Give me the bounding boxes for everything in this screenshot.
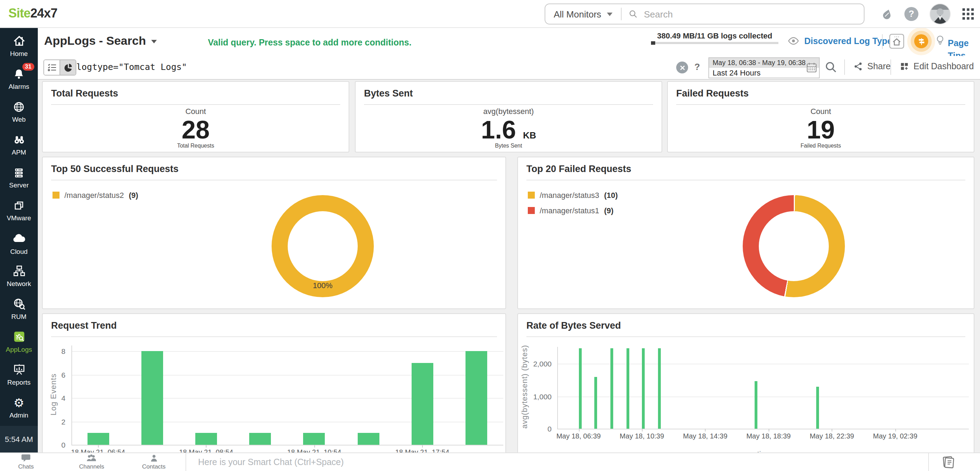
user-avatar[interactable]	[930, 3, 951, 24]
y-axis-line	[71, 346, 72, 445]
date-range-picker[interactable]: May 18, 06:38 - May 19, 06:38 Last 24 Ho…	[708, 57, 820, 78]
monitor-filter-label: All Monitors	[554, 9, 601, 19]
divider	[51, 180, 497, 181]
edit-dashboard-label: Edit Dashboard	[913, 62, 974, 71]
y-axis-line	[557, 347, 558, 429]
bar	[142, 351, 163, 445]
dashboard-title-dropdown[interactable]: AppLogs - Search	[44, 34, 157, 48]
rate-of-bytes-panel: Rate of Bytes Served 01,0002,000May 18, …	[517, 313, 974, 471]
home-box-icon	[889, 33, 904, 49]
list-view-button[interactable]	[44, 60, 59, 75]
divider	[928, 453, 929, 471]
kpi-value: 1.6 KB	[356, 116, 662, 145]
cloud-icon	[12, 231, 26, 245]
query-help-icon[interactable]: ?	[694, 62, 700, 72]
usage-text: 380.49 MB/11 GB logs collected	[651, 32, 778, 40]
sidebar-item-server[interactable]: Server	[0, 161, 38, 194]
legend-item[interactable]: /manager/status3 (10)	[528, 191, 618, 199]
guided-tour-pulse-button[interactable]	[914, 34, 928, 48]
sidebar-item-vmware[interactable]: VMware	[0, 194, 38, 227]
dashboard-home-button[interactable]	[889, 33, 904, 49]
y-axis-label: avg(bytessent) (bytes)	[520, 331, 528, 442]
legend-item[interactable]: /manager/status1 (9)	[528, 206, 618, 215]
sidebar-item-reports[interactable]: Reports	[0, 358, 38, 391]
page-tips-button[interactable]	[934, 34, 946, 47]
sidebar-item-alarms[interactable]: Alarms 31	[0, 62, 38, 95]
sidebar-item-cloud[interactable]: Cloud	[0, 227, 38, 260]
x-tick-mark	[98, 445, 99, 447]
legend-count: (9)	[129, 191, 138, 199]
bar	[610, 349, 613, 429]
log-usage-meter[interactable]: 380.49 MB/11 GB logs collected	[651, 32, 778, 44]
search-input[interactable]	[643, 8, 857, 20]
divider	[890, 59, 891, 75]
bar	[595, 377, 597, 429]
request-trend-chart[interactable]: 0246818 May 21, 06:5418 May 21, 08:5418 …	[43, 314, 505, 471]
run-search-button[interactable]	[825, 61, 837, 73]
sidebar-item-label: Alarms	[8, 82, 29, 90]
bar	[626, 349, 629, 429]
help-icon[interactable]: ?	[904, 6, 918, 21]
alarm-count-badge: 31	[22, 63, 34, 71]
notes-icon[interactable]	[942, 455, 956, 469]
calendar-icon	[806, 62, 818, 73]
sidebar-item-web[interactable]: Web	[0, 95, 38, 128]
x-tick-mark	[642, 429, 643, 431]
discovered-log-types-link[interactable]: Discovered Log Types	[788, 35, 897, 47]
chart-legend: /manager/status3 (10) /manager/status1 (…	[528, 191, 618, 215]
legend-item[interactable]: /manager/status2 (9)	[52, 191, 138, 199]
gridline	[71, 375, 503, 376]
sidebar-item-applogs[interactable]: AppLogs	[0, 325, 38, 358]
legend-label: /manager/status1	[540, 206, 599, 215]
sidebar-item-label: AppLogs	[6, 346, 32, 353]
share-button[interactable]: Share	[853, 62, 891, 71]
applogs-icon	[12, 330, 25, 343]
legend-count: (10)	[604, 191, 618, 199]
card-title: Total Requests	[43, 82, 348, 98]
sidebar-item-label: Admin	[10, 411, 29, 419]
contacts-button[interactable]: Contacts	[142, 454, 165, 470]
chart-view-button[interactable]	[59, 60, 76, 75]
x-tick-label: May 19, 02:39	[853, 432, 937, 440]
x-tick-mark	[705, 429, 706, 431]
checklist-icon	[46, 62, 57, 73]
donut-hole	[288, 211, 358, 281]
smart-chat-input[interactable]: Here is your Smart Chat (Ctrl+Space)	[198, 453, 344, 471]
query-input[interactable]: logtype="Tomcat Logs"	[76, 62, 187, 72]
sidebar-item-network[interactable]: Network	[0, 260, 38, 292]
sidebar-item-rum[interactable]: RUM	[0, 292, 38, 325]
x-tick-mark	[206, 445, 207, 447]
chats-button[interactable]: Chats	[18, 454, 33, 470]
monitor-filter-dropdown[interactable]: All Monitors	[545, 9, 621, 19]
announcements-icon[interactable]	[881, 7, 893, 20]
sidebar-item-label: VMware	[6, 214, 31, 221]
binoculars-icon	[12, 133, 25, 146]
apps-grid-icon[interactable]	[962, 7, 974, 20]
channels-button[interactable]: Channels	[79, 454, 104, 470]
divider	[51, 104, 340, 105]
x-axis-line	[71, 445, 503, 446]
divider	[186, 453, 186, 471]
sidebar-item-admin[interactable]: ⚙ Admin	[0, 391, 38, 424]
sidebar-item-label: Reports	[7, 378, 31, 386]
donut-hole	[759, 211, 829, 281]
local-time: 5:54 AM	[0, 426, 38, 452]
site24x7-logo[interactable]: Site24x7	[8, 6, 57, 21]
sidebar-nav: Home Alarms 31 Web APM Server VMware	[0, 27, 38, 452]
kpi-metric-label: avg(bytessent)	[356, 107, 662, 116]
chevron-down-icon	[151, 40, 157, 43]
failed-requests-donut[interactable]	[743, 195, 845, 297]
gridline	[557, 396, 969, 397]
channels-label: Channels	[79, 463, 104, 470]
kpi-metric-label: Count	[43, 107, 348, 116]
kpi-card-bytes-sent: Bytes Sent avg(bytessent) 1.6 KB Bytes S…	[355, 81, 662, 152]
logo-24x7: 24x7	[30, 6, 57, 20]
clear-query-button[interactable]	[676, 62, 688, 73]
chevron-down-icon	[607, 12, 612, 16]
rate-of-bytes-chart[interactable]: 01,0002,000May 18, 06:39May 18, 10:39May…	[518, 314, 974, 471]
sidebar-item-apm[interactable]: APM	[0, 128, 38, 161]
kpi-unit: KB	[523, 130, 536, 141]
kpi-footer: Bytes Sent	[356, 143, 662, 149]
sidebar-item-home[interactable]: Home	[0, 29, 38, 62]
edit-dashboard-button[interactable]: Edit Dashboard	[899, 62, 974, 71]
